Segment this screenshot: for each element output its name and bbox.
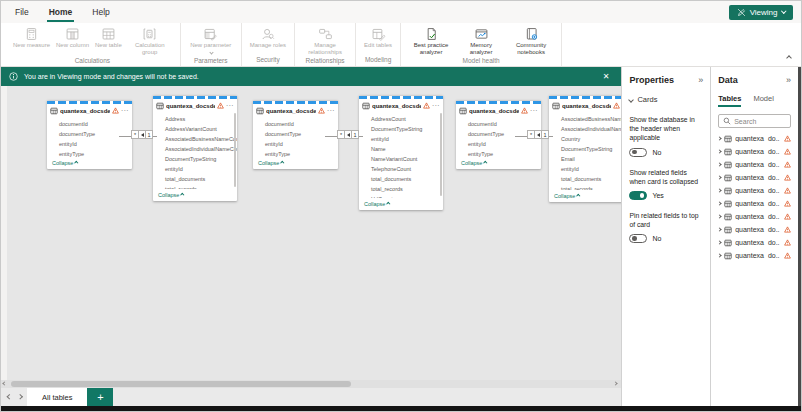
ribbon-button-calculation-group[interactable]: Calculation group [125, 24, 175, 56]
model-card-1[interactable]: quantexa_docsdem... ··· documentIddocume… [47, 101, 132, 169]
toggle-switch[interactable] [629, 191, 647, 200]
data-table-item[interactable]: quantexa_do.. [718, 145, 791, 158]
card-field[interactable]: entityId [59, 139, 128, 149]
card-field[interactable]: AssociatedIndividualNameCount [165, 144, 233, 154]
data-table-item[interactable]: quantexa_do.. [718, 223, 791, 236]
model-card-4[interactable]: quantexa_docsdem... ··· AddressCountDocu… [359, 96, 443, 210]
data-table-item[interactable]: quantexa_do.. [718, 184, 791, 197]
card-field[interactable]: Country [561, 134, 621, 144]
ribbon-button-new-measure[interactable]: New measure [10, 24, 53, 49]
data-table-item[interactable]: quantexa_do.. [718, 158, 791, 171]
card-field[interactable]: documentId [265, 119, 334, 129]
ribbon-button-best-practice-analyzer[interactable]: Best practice analyzer [406, 24, 456, 56]
search-box[interactable] [718, 114, 791, 128]
collapse-pane-icon[interactable]: » [786, 75, 791, 85]
card-field[interactable]: AssociatedBusinessNameCount [165, 134, 233, 144]
more-options-button[interactable]: ··· [432, 102, 440, 109]
viewing-mode-button[interactable]: Viewing [729, 5, 793, 20]
card-field[interactable]: entityType [265, 149, 334, 157]
data-table-item[interactable]: quantexa_do.. [718, 249, 791, 262]
data-table-item[interactable]: quantexa_do.. [718, 132, 791, 145]
ribbon-button-memory-analyzer[interactable]: Memory analyzer [456, 24, 506, 56]
card-field[interactable]: entityId [371, 134, 439, 144]
table-icon [156, 102, 164, 110]
page-nav-left[interactable] [7, 395, 12, 400]
card-field[interactable]: AssociatedBusinessNameCount [561, 114, 621, 124]
collapse-card-link[interactable]: Collapse [253, 157, 338, 169]
menu-tab-home[interactable]: Home [39, 1, 83, 23]
card-scrollbar[interactable] [234, 113, 236, 187]
table-icon [724, 239, 732, 247]
close-banner-button[interactable]: ✕ [603, 72, 614, 81]
menu-tab-file[interactable]: File [5, 1, 39, 23]
more-options-button[interactable]: ··· [121, 107, 129, 114]
collapse-pane-icon[interactable]: » [698, 75, 703, 85]
ribbon-button-community-notebooks[interactable]: Community notebooks [506, 24, 556, 56]
card-scrollbar[interactable] [440, 113, 442, 196]
card-field[interactable]: total_records [371, 184, 439, 194]
more-options-button[interactable]: ··· [226, 102, 234, 109]
card-field[interactable]: DocumentTypeString [371, 124, 439, 134]
card-field[interactable]: AssociatedIndividualNameCount [561, 124, 621, 134]
collapse-card-link[interactable]: Collapse [47, 157, 132, 169]
ribbon-button-edit-tables[interactable]: Edit tables [361, 24, 395, 49]
card-field[interactable]: total_documents [165, 174, 233, 184]
data-table-item[interactable]: quantexa_do.. [718, 197, 791, 210]
collapse-card-link[interactable]: Collapse [359, 198, 443, 210]
ribbon-button-manage-roles[interactable]: Manage roles [247, 24, 289, 49]
scroll-right-icon[interactable] [614, 381, 618, 385]
scroll-left-icon[interactable] [2, 381, 6, 385]
page-tab-all-tables[interactable]: All tables [27, 388, 87, 406]
ribbon-button-new-column[interactable]: New column [53, 24, 92, 49]
card-field[interactable]: Address [165, 114, 233, 124]
card-field[interactable]: Email [561, 154, 621, 164]
data-table-item[interactable]: quantexa_do.. [718, 210, 791, 223]
card-field[interactable]: AddressVariantCount [165, 124, 233, 134]
card-field[interactable]: entityId [165, 164, 233, 174]
card-field[interactable]: entityId [561, 164, 621, 174]
card-field[interactable]: entityType [468, 149, 537, 157]
card-field[interactable]: Name [371, 144, 439, 154]
model-canvas[interactable]: quantexa_docsdem... ··· documentIddocume… [1, 86, 621, 380]
model-card-3[interactable]: quantexa_docsdem... ··· documentIddocume… [253, 101, 338, 169]
data-tab-tables[interactable]: Tables [718, 94, 741, 107]
menu-tab-help[interactable]: Help [82, 1, 119, 23]
card-field[interactable]: entityType [59, 149, 128, 157]
more-options-button[interactable]: ··· [530, 107, 538, 114]
collapse-card-link[interactable]: Collapse [153, 189, 237, 201]
model-card-6[interactable]: quantexa_docsdem... ··· AssociatedBusine… [549, 96, 621, 202]
card-field[interactable]: DocumentTypeString [165, 154, 233, 164]
card-field[interactable]: documentId [468, 119, 537, 129]
data-table-item[interactable]: quantexa_do.. [718, 171, 791, 184]
collapse-card-link[interactable]: Collapse [549, 190, 621, 202]
ribbon-button-new-table[interactable]: New table [92, 24, 125, 49]
card-field[interactable]: NameVariantCount [371, 154, 439, 164]
card-field[interactable]: DocumentTypeString [561, 144, 621, 154]
relationship-connector[interactable]: * 1 [125, 129, 153, 141]
toggle-switch[interactable] [629, 148, 647, 157]
collapse-card-link[interactable]: Collapse [456, 157, 541, 169]
card-field[interactable]: total_documents [561, 174, 621, 184]
relationship-connector[interactable]: * 1 [331, 129, 359, 141]
scrollbar-thumb[interactable] [11, 381, 351, 387]
data-table-item[interactable]: quantexa_do.. [718, 236, 791, 249]
card-field[interactable]: documentType [265, 129, 334, 139]
ribbon-button-manage-relationships[interactable]: Manage relationships [300, 24, 350, 56]
card-field[interactable]: TelephoneCount [371, 164, 439, 174]
card-field[interactable]: AddressCount [371, 114, 439, 124]
add-page-button[interactable]: + [87, 388, 113, 406]
ribbon-button-new-parameter[interactable]: New parameter [186, 24, 236, 56]
canvas-horizontal-scrollbar[interactable] [1, 380, 621, 388]
toggle-switch[interactable] [629, 234, 647, 243]
model-card-2[interactable]: quantexa_docsdem... ··· AddressAddressVa… [153, 96, 237, 201]
data-tab-model[interactable]: Model [753, 94, 773, 107]
search-input[interactable] [734, 118, 786, 125]
relationship-connector[interactable]: * 1 [521, 129, 549, 141]
card-field[interactable]: total_documents [371, 174, 439, 184]
card-field[interactable]: entityId [265, 139, 334, 149]
more-options-button[interactable]: ··· [327, 107, 335, 114]
cards-section-header[interactable]: Cards [629, 95, 703, 104]
card-field[interactable]: documentId [59, 119, 128, 129]
page-nav-right[interactable] [17, 395, 22, 400]
card-field[interactable]: documentType [59, 129, 128, 139]
